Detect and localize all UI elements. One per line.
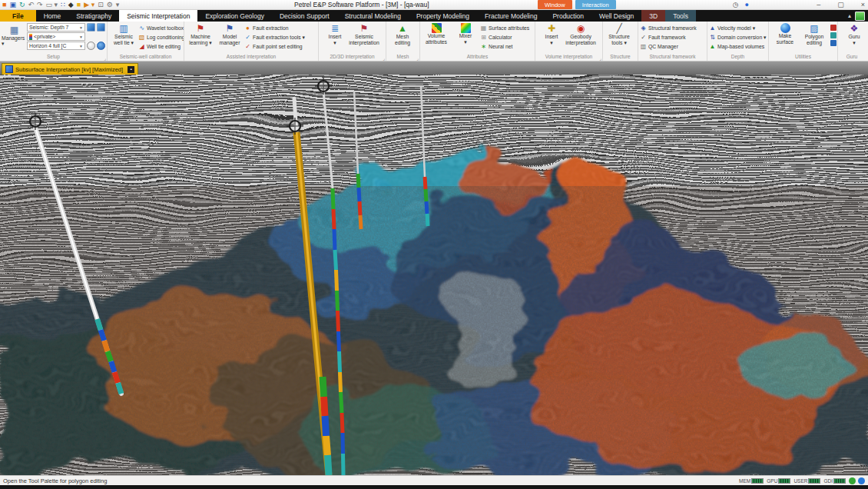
group-label-seismic-well-calibration: Seismic-well calibration — [108, 53, 184, 61]
tab-file[interactable]: File — [0, 10, 36, 22]
document-tab-bar: Subsurface Interpretation [kv] [Maximize… — [0, 62, 868, 75]
folder-icon[interactable]: ■ — [77, 1, 81, 8]
undo-icon[interactable]: ↶ — [28, 1, 35, 8]
mixer-button[interactable]: Mixer ▾ — [451, 22, 480, 45]
tab-well-design[interactable]: Well Design — [591, 10, 641, 22]
dots-grid-icon[interactable]: ∷ — [61, 1, 65, 8]
minimize-button[interactable]: – — [817, 1, 820, 8]
sync-icon[interactable]: ↻ — [19, 1, 25, 8]
colorbar-icon — [29, 34, 32, 40]
model-manager-button[interactable]: ⚑ Model manager — [215, 22, 244, 46]
status-blue-indicator[interactable] — [858, 477, 865, 484]
show-3d-toggle-2[interactable] — [97, 23, 105, 32]
ribbon-group-assisted-interpretation: ⚑ Machine learning ▾ ⚑ Model manager ● F… — [184, 22, 319, 61]
surface-attributes-button[interactable]: ▦ Surface attributes — [480, 24, 529, 32]
tab-3d[interactable]: 3D — [641, 10, 665, 22]
guru-button[interactable]: ❖ Guru ▾ — [840, 22, 866, 46]
redo-icon[interactable]: ↷ — [37, 1, 43, 8]
qat-overflow-icon[interactable]: ▾ — [116, 1, 120, 8]
mesh-editing-button[interactable]: ▲ Mesh editing — [388, 22, 417, 46]
app-icon[interactable]: ■ — [2, 1, 6, 8]
window-layout-icon[interactable]: ▭ ▾ — [46, 1, 58, 8]
log-conditioning-button[interactable]: ▧ Log conditioning — [138, 33, 182, 42]
ribbon-group-2d3d-interpretation: ≣ Insert ▾ ⚑ Seismic interpretation 2D/3… — [319, 22, 386, 61]
dialog-launcher-icon[interactable]: ⌟ — [383, 55, 385, 61]
restore-button[interactable]: ▢ — [837, 1, 844, 8]
fault-extraction-tools-button[interactable]: ✓ Fault extraction tools ▾ — [244, 33, 305, 42]
window-badge[interactable]: Window — [538, 0, 572, 9]
tab-fracture-modeling[interactable]: Fracture Modeling — [477, 10, 545, 22]
managers-button[interactable]: ▦ Managers ▾ — [2, 22, 27, 47]
insert-geobody-button[interactable]: ✚ Insert ▾ — [537, 22, 566, 46]
structure-tools-button[interactable]: ╱ Structure tools ▾ — [605, 22, 634, 46]
tab-home[interactable]: Home — [36, 10, 69, 22]
ribbon-group-seismic-well-calibration: ▥ Seismic well tie ▾ ∿ Wavelet toolbox ▧… — [108, 22, 184, 61]
neural-net-button[interactable]: ∗ Neural net — [480, 42, 529, 51]
dialog-launcher-icon[interactable]: ⌟ — [599, 55, 601, 61]
seismic-interpretation-button[interactable]: ⚑ Seismic interpretation — [350, 22, 379, 46]
geobody-interpretation-button[interactable]: ◉ Geobody interpretation — [566, 22, 595, 46]
seismic-well-tie-button[interactable]: ▥ Seismic well tie ▾ — [109, 22, 138, 46]
utility-teal-icon[interactable] — [830, 32, 837, 38]
settings-icon[interactable]: ⚙ — [107, 1, 113, 8]
ribbon-button-icon: ▲ — [709, 25, 716, 32]
utility-blue-icon[interactable] — [830, 40, 837, 46]
ribbon-button-icon: ● — [244, 25, 251, 32]
ribbon-button-icon: ╱ — [616, 23, 621, 34]
status-green-indicator[interactable] — [849, 477, 856, 484]
colormap-combo[interactable]: <private>▼ — [27, 32, 85, 41]
qc-manager-button[interactable]: ▥ QC Manager — [640, 42, 697, 51]
velocity-model-button[interactable]: ▲ Velocity model ▾ — [709, 24, 766, 32]
horizon-settings-button[interactable] — [87, 42, 95, 50]
utility-red-icon[interactable] — [830, 25, 837, 31]
group-label-setup: Setup — [0, 53, 107, 61]
make-surface-button[interactable]: Make surface — [770, 22, 800, 45]
group-label-structure: Structure — [603, 53, 638, 61]
map-based-volumes-button[interactable]: ▲ Map-based volumes — [709, 42, 766, 51]
tab-stratigraphy[interactable]: Stratigraphy — [68, 10, 119, 22]
volume-attributes-button[interactable]: Volume attributes — [422, 22, 451, 45]
tab-structural-modeling[interactable]: Structural Modeling — [337, 10, 409, 22]
document-tab-close-icon[interactable]: ▪ — [128, 66, 134, 73]
dialog-launcher-icon[interactable]: ⌟ — [416, 55, 419, 61]
group-label-utilities: Utilities — [769, 53, 837, 61]
meter-bar — [833, 478, 846, 484]
tab-exploration-geology[interactable]: Exploration Geology — [197, 10, 272, 22]
help-icon[interactable]: ● — [745, 1, 749, 8]
polygon-editing-button[interactable]: ▨ Polygon editing — [800, 22, 829, 46]
fault-extraction-button[interactable]: ● Fault extraction — [244, 24, 305, 32]
wavelet-toolbox-button[interactable]: ∿ Wavelet toolbox — [138, 24, 182, 32]
structural-framework-button[interactable]: ◈ Structural framework — [640, 24, 697, 32]
tab-property-modeling[interactable]: Property Modeling — [409, 10, 477, 22]
domain-conversion-button[interactable]: ⇅ Domain conversion ▾ — [709, 33, 766, 42]
run-icon[interactable]: ▶ ▾ — [84, 1, 94, 8]
dialog-launcher-icon[interactable]: ⌟ — [104, 55, 106, 61]
copy-icon[interactable]: ⊡ — [98, 1, 104, 8]
petrel-green-icon[interactable] — [855, 12, 865, 21]
machine-learning-button[interactable]: ⚑ Machine learning ▾ — [186, 22, 215, 46]
tab-tools[interactable]: Tools — [665, 10, 696, 22]
document-tab-subsurface-interpretation[interactable]: Subsurface Interpretation [kv] [Maximize… — [2, 63, 138, 75]
ribbon-collapse-icon[interactable]: ▴ — [848, 12, 851, 19]
group-label-assisted-interpretation: Assisted interpretation — [184, 53, 318, 61]
ribbon-button-icon: ▧ — [138, 34, 145, 41]
seismic-combo[interactable]: Seismic: Depth 7▼ — [27, 23, 85, 32]
horizon-apply-button[interactable] — [97, 42, 105, 50]
horizon-combo[interactable]: Horizon 4 full [C▼ — [27, 42, 85, 50]
well-tie-editing-button[interactable]: ◢ Well tie editing — [138, 42, 182, 51]
calculator-button[interactable]: ⊞ Calculator — [480, 33, 529, 42]
pointer-icon[interactable]: ◆ — [68, 1, 74, 8]
fault-framework-button[interactable]: ✓ Fault framework — [640, 33, 697, 42]
close-button[interactable]: × — [861, 1, 865, 8]
ribbon-button-icon: ⚑ — [226, 23, 234, 34]
show-3d-toggle-1[interactable] — [87, 23, 95, 32]
interaction-badge[interactable]: Interaction — [575, 0, 616, 9]
insert-button[interactable]: ≣ Insert ▾ — [320, 22, 350, 46]
tab-seismic-interpretation[interactable]: Seismic Interpretation — [119, 10, 197, 22]
tab-decision-support[interactable]: Decision Support — [272, 10, 337, 22]
tab-production[interactable]: Production — [545, 10, 591, 22]
fault-point-set-editing-button[interactable]: ✓ Fault point set editing — [244, 42, 305, 51]
seismic-3d-viewport[interactable] — [0, 75, 868, 475]
clock-icon[interactable]: ◷ — [733, 1, 739, 8]
save-icon[interactable]: ▣ — [9, 1, 16, 8]
